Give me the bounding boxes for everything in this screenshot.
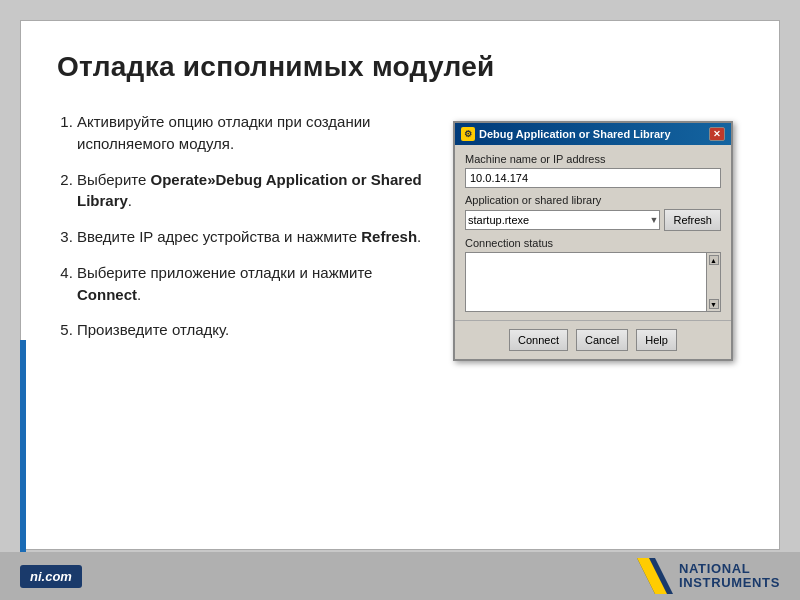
- ni-logo-svg: [637, 558, 673, 594]
- refresh-button[interactable]: Refresh: [664, 209, 721, 231]
- cancel-button[interactable]: Cancel: [576, 329, 628, 351]
- scroll-down-arrow[interactable]: ▼: [709, 299, 719, 309]
- step-3-text: Введите IP адрес устройства и нажмите Re…: [77, 228, 421, 245]
- step-5: Произведите отладку.: [77, 319, 433, 341]
- ni-com-badge: ni.com: [20, 565, 82, 588]
- debug-dialog: ⚙ Debug Application or Shared Library ✕ …: [453, 121, 733, 361]
- connect-button[interactable]: Connect: [509, 329, 568, 351]
- help-button[interactable]: Help: [636, 329, 677, 351]
- dialog-title-icon: ⚙: [461, 127, 475, 141]
- steps-list: Активируйте опцию отладки при создании и…: [57, 111, 433, 361]
- step-1: Активируйте опцию отладки при создании и…: [77, 111, 433, 155]
- slide: Отладка исполнимых модулей Активируйте о…: [20, 20, 780, 550]
- machine-label: Machine name or IP address: [465, 153, 721, 165]
- step-1-text: Активируйте опцию отладки при создании и…: [77, 113, 371, 152]
- machine-input[interactable]: [465, 168, 721, 188]
- step-2-text: Выберите Operate»Debug Application or Sh…: [77, 171, 422, 210]
- app-select-wrapper: startup.rtexe ▼: [465, 210, 660, 230]
- dialog-close-button[interactable]: ✕: [709, 127, 725, 141]
- dialog-body: Machine name or IP address Application o…: [455, 145, 731, 320]
- scroll-up-arrow[interactable]: ▲: [709, 255, 719, 265]
- dialog-footer: Connect Cancel Help: [455, 320, 731, 359]
- status-scrollbar: ▲ ▼: [706, 253, 720, 311]
- step-4: Выберите приложение отладки и нажмите Co…: [77, 262, 433, 306]
- app-row: startup.rtexe ▼ Refresh: [465, 209, 721, 231]
- step-5-text: Произведите отладку.: [77, 321, 229, 338]
- dialog-title-text: Debug Application or Shared Library: [479, 128, 671, 140]
- connection-label: Connection status: [465, 237, 721, 249]
- ni-national-text: NATIONAL: [679, 562, 780, 576]
- step-3: Введите IP адрес устройства и нажмите Re…: [77, 226, 433, 248]
- step-2: Выберите Operate»Debug Application or Sh…: [77, 169, 433, 213]
- app-label: Application or shared library: [465, 194, 721, 206]
- dialog-titlebar: ⚙ Debug Application or Shared Library ✕: [455, 123, 731, 145]
- step-4-text: Выберите приложение отладки и нажмите Co…: [77, 264, 372, 303]
- slide-title: Отладка исполнимых модулей: [57, 51, 743, 83]
- connection-status-box: ▲ ▼: [465, 252, 721, 312]
- ni-logo-text: NATIONAL INSTRUMENTS: [679, 562, 780, 591]
- ni-logo: NATIONAL INSTRUMENTS: [637, 558, 780, 594]
- ni-instruments-text: INSTRUMENTS: [679, 576, 780, 590]
- content-area: Активируйте опцию отладки при создании и…: [57, 111, 743, 361]
- bottom-bar: ni.com NATIONAL INSTRUMENTS: [0, 552, 800, 600]
- left-accent-bar: [20, 340, 26, 552]
- dialog-titlebar-left: ⚙ Debug Application or Shared Library: [461, 127, 671, 141]
- dialog-column: ⚙ Debug Application or Shared Library ✕ …: [453, 111, 743, 361]
- app-select[interactable]: startup.rtexe: [465, 210, 660, 230]
